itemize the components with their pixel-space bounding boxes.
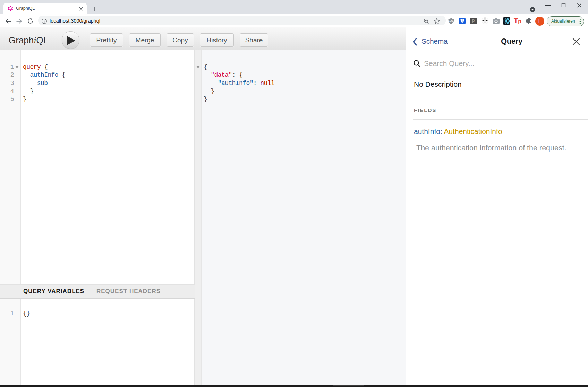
svg-text:P: P [472, 19, 475, 24]
svg-text:uO: uO [449, 20, 453, 23]
